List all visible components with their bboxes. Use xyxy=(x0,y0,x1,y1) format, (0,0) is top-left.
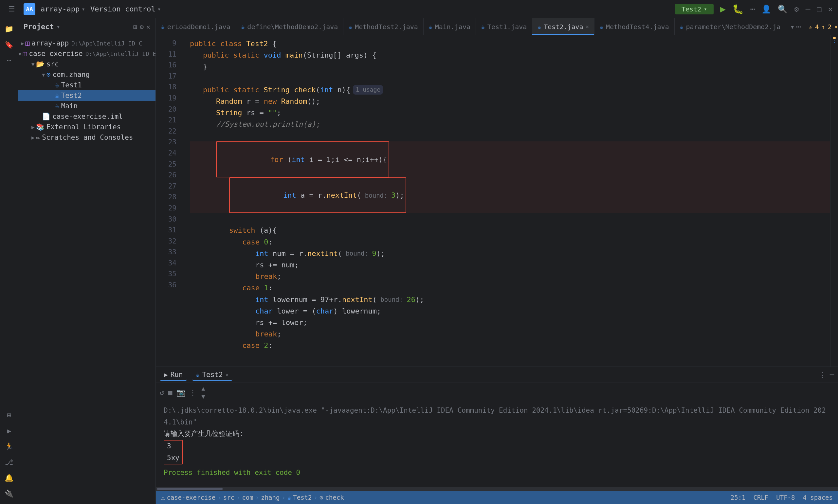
tree-item-array-app[interactable]: ▶ ◫ array-app D:\App\IntelliJ ID C xyxy=(18,38,156,49)
sidebar-icon-project[interactable]: 📁 xyxy=(3,22,16,35)
java-tab-icon: ☕ xyxy=(600,23,603,30)
bottom-more-icon[interactable]: ⋮ xyxy=(819,371,826,379)
more-options-button[interactable]: ⋯ xyxy=(750,4,755,14)
tab-test1[interactable]: ☕ Test1.java xyxy=(476,18,532,35)
folder-icon: 📂 xyxy=(36,60,44,68)
right-gutter xyxy=(830,35,838,366)
expand-arrow-icon: ▼ xyxy=(18,51,22,57)
chevron-right-icon: › xyxy=(314,494,318,501)
sidebar-icon-bookmarks[interactable]: 🔖 xyxy=(3,38,16,51)
java-icon: ☕ xyxy=(55,92,59,100)
screenshot-icon[interactable]: 📷 xyxy=(176,389,185,397)
console-scrollbar[interactable] xyxy=(156,487,838,491)
title-bar-right: Test2 ▾ ▶ 🐛 ⋯ 👤 🔍 ⚙ ─ □ ✕ xyxy=(675,4,833,14)
chevron-down-icon: ▾ xyxy=(82,5,85,13)
code-line-22 xyxy=(190,130,830,141)
cursor-position[interactable]: 25:1 xyxy=(731,494,746,501)
tab-main[interactable]: ☕ Main.java xyxy=(424,18,476,35)
bottom-panel: ▶ Run ☕ Test2 ✕ ⋮ ─ ↺ ■ 📷 ⋮ xyxy=(156,366,838,491)
tree-item-main[interactable]: ☕ Main xyxy=(18,101,156,111)
tree-item-test2[interactable]: ☕ Test2 xyxy=(18,90,156,101)
sidebar-icon-services[interactable]: ▶ xyxy=(3,424,16,437)
sidebar-icon-notifications[interactable]: 🔔 xyxy=(3,471,16,484)
stop-icon[interactable]: ■ xyxy=(168,389,172,397)
run-configuration-tab[interactable]: Test2 ▾ xyxy=(675,4,714,14)
tab-close-icon[interactable]: ✕ xyxy=(586,23,589,30)
module-icon: ◫ xyxy=(25,39,30,47)
code-line-19: Random r = new Random(); xyxy=(190,95,830,107)
expand-arrow-icon: ▶ xyxy=(21,40,24,47)
scroll-up-icon[interactable]: ▲ xyxy=(202,385,205,392)
console-exit-message: Process finished with exit code 0 xyxy=(164,467,830,479)
user-icon[interactable]: 👤 xyxy=(762,4,771,14)
chevron-down-icon: ▾ xyxy=(834,23,838,31)
tab-close-icon[interactable]: ✕ xyxy=(226,372,229,378)
project-name[interactable]: array-app ▾ xyxy=(40,5,85,13)
tab-methodtest2[interactable]: ☕ MethodTest2.java xyxy=(343,18,424,35)
tree-item-scratches-consoles[interactable]: ▶ ✏ Scratches and Consoles xyxy=(18,132,156,143)
panel-settings-icon[interactable]: ⚙ xyxy=(140,23,144,31)
hamburger-menu-icon[interactable]: ☰ xyxy=(5,3,18,16)
line-numbers: 9 11 16 17 18 19 20 21 22 23 24 25 26 27… xyxy=(156,35,182,366)
file-icon: 📄 xyxy=(42,112,50,121)
minimize-button[interactable]: ─ xyxy=(806,4,810,14)
tree-item-src[interactable]: ▼ 📂 src xyxy=(18,59,156,69)
tab-methodtest4[interactable]: ☕ MethodTest4.java xyxy=(594,18,675,35)
java-tab-icon: ☕ xyxy=(161,23,165,30)
debug-button[interactable]: 🐛 xyxy=(732,4,744,14)
sidebar-icon-run[interactable]: 🏃 xyxy=(3,440,16,453)
test2-run-tab[interactable]: ☕ Test2 ✕ xyxy=(192,370,233,381)
bottom-tabs: ▶ Run ☕ Test2 ✕ ⋮ ─ xyxy=(156,367,838,383)
run-button[interactable]: ▶ xyxy=(720,4,726,14)
console-toolbar: ↺ ■ 📷 ⋮ ▲ ▼ xyxy=(156,383,838,402)
close-button[interactable]: ✕ xyxy=(828,4,833,14)
tree-item-case-exercise-iml[interactable]: 📄 case-exercise.iml xyxy=(18,111,156,122)
tree-item-case-exercise[interactable]: ▼ ◫ case-exercise D:\App\IntelliJ ID E xyxy=(18,49,156,59)
main-layout: 📁 🔖 ⋯ ⊞ ▶ 🏃 ⎇ 🔔 🔌 Project ▾ ⊞ ⚙ ✕ xyxy=(0,18,838,504)
panel-actions: ⊞ ⚙ ✕ xyxy=(133,23,150,31)
tab-erLoadDemo1[interactable]: ☕ erLoadDemo1.java xyxy=(156,18,236,35)
bottom-minimize-icon[interactable]: ─ xyxy=(830,371,834,379)
expand-arrow-icon: ▼ xyxy=(42,72,45,78)
console-more-icon[interactable]: ⋮ xyxy=(189,389,196,397)
version-control[interactable]: Version control ▾ xyxy=(90,5,161,13)
panel-close-icon[interactable]: ✕ xyxy=(146,23,150,31)
code-line-9: public class Test2 { xyxy=(190,38,830,50)
console-prompt: 请输入要产生几位验证码: xyxy=(164,428,830,440)
search-icon[interactable]: 🔍 xyxy=(778,4,788,14)
tab-parameter-methoddemo2[interactable]: ☕ parameter\MethodDemo2.ja xyxy=(675,18,786,35)
line-ending[interactable]: CRLF xyxy=(753,494,769,501)
maximize-button[interactable]: □ xyxy=(817,4,821,14)
sidebar-icon-git[interactable]: ⎇ xyxy=(3,455,16,469)
code-line-32: int lowernum = 97+r.nextInt( bound: 26); xyxy=(190,294,830,305)
sidebar-icon-structure[interactable]: ⊞ xyxy=(3,409,16,421)
gutter-warning-icon xyxy=(833,37,836,39)
scroll-down-icon[interactable]: ▼ xyxy=(202,393,205,400)
sidebar-icon-more[interactable]: ⋯ xyxy=(3,54,16,67)
tab-test2[interactable]: ☕ Test2.java ✕ xyxy=(532,18,594,35)
code-line-33: char lower = (char) lowernum; xyxy=(190,305,830,317)
rerun-icon[interactable]: ↺ xyxy=(160,389,164,397)
code-line-11: public static void main(String[] args) { xyxy=(190,50,830,61)
chevron-down-icon: ▾ xyxy=(704,6,707,12)
tree-item-com-zhang[interactable]: ▼ ⊙ com.zhang xyxy=(18,69,156,80)
file-encoding[interactable]: UTF-8 xyxy=(776,494,795,501)
project-panel: Project ▾ ⊞ ⚙ ✕ ▶ ◫ array-app D:\App\Int… xyxy=(18,18,156,504)
tree-item-test1[interactable]: ☕ Test1 xyxy=(18,80,156,90)
tab-define-methoddemo2[interactable]: ☕ define\MethodDemo2.java xyxy=(236,18,344,35)
console-input-value: 3 xyxy=(167,440,179,452)
run-tab[interactable]: ▶ Run xyxy=(160,370,187,381)
panel-collapse-icon[interactable]: ⊞ xyxy=(133,23,137,31)
java-icon: ☕ xyxy=(55,102,59,110)
chevron-right-icon: › xyxy=(217,494,221,501)
code-line-26: switch (a){ xyxy=(190,224,830,236)
tab-bar: ☕ erLoadDemo1.java ☕ define\MethodDemo2.… xyxy=(156,18,838,35)
scrollbar-thumb[interactable] xyxy=(157,488,222,490)
sidebar-icon-plugins[interactable]: 🔌 xyxy=(3,487,16,500)
code-line-28: int num = r.nextInt( bound: 9); xyxy=(190,248,830,259)
code-area[interactable]: public class Test2 { public static void … xyxy=(182,35,830,366)
tab-overflow-button[interactable]: ▾ ⋯ xyxy=(786,18,805,35)
tree-item-external-libraries[interactable]: ▶ 📚 External Libraries xyxy=(18,122,156,132)
settings-icon[interactable]: ⚙ xyxy=(794,4,799,14)
indent-settings[interactable]: 4 spaces xyxy=(803,494,833,501)
